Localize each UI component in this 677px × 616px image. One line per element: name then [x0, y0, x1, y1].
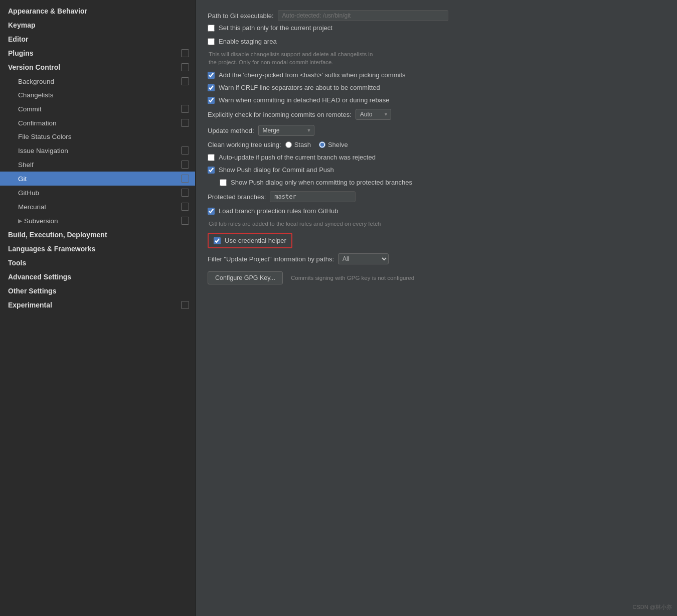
git-settings-panel: Path to Git executable: Set this path on… — [196, 0, 677, 616]
version-control-icon — [181, 63, 189, 71]
crlf-label: Warn if CRLF line separators are about t… — [219, 84, 380, 91]
path-current-project-label: Set this path only for the current proje… — [219, 24, 332, 32]
credential-helper-box: Use credential helper — [208, 233, 292, 248]
detached-head-row: Warn when committing in detached HEAD or… — [208, 96, 665, 104]
update-method-dropdown[interactable]: Merge Rebase Branch Default — [258, 125, 314, 136]
git-icon — [181, 175, 189, 183]
subversion-chevron: ▶ — [18, 218, 22, 224]
sidebar-item-plugins[interactable]: Plugins — [0, 46, 195, 60]
sidebar-item-git[interactable]: Git — [0, 172, 195, 186]
protected-branches-input[interactable] — [270, 191, 356, 202]
confirmation-icon — [181, 119, 189, 127]
git-path-row: Path to Git executable: — [208, 10, 665, 21]
sidebar-item-background[interactable]: Background — [0, 74, 195, 88]
sidebar-item-file-status-colors[interactable]: File Status Colors — [0, 130, 195, 143]
sidebar-item-other-settings[interactable]: Other Settings — [0, 284, 195, 298]
auto-update-row: Auto-update if push of the current branc… — [208, 153, 665, 161]
watermark: CSDN @林小亦 — [633, 603, 672, 611]
shelf-icon — [181, 161, 189, 169]
commit-icon — [181, 105, 189, 113]
sidebar-item-changelists[interactable]: Changelists — [0, 88, 195, 102]
experimental-icon — [181, 301, 189, 309]
show-push-protected-label: Show Push dialog only when committing to… — [231, 179, 412, 186]
enable-staging-label: Enable staging area — [219, 38, 277, 45]
enable-staging-desc: This will disable changelists support an… — [208, 50, 665, 66]
background-icon — [181, 77, 189, 85]
update-method-label: Update method: — [208, 127, 254, 134]
incoming-commits-row: Explicitly check for incoming commits on… — [208, 109, 665, 120]
show-push-row: Show Push dialog for Commit and Push — [208, 166, 665, 174]
cherry-pick-label: Add the 'cherry-picked from <hash>' suff… — [219, 71, 406, 79]
plugins-icon — [181, 49, 189, 57]
incoming-commits-dropdown-wrapper: Auto Always Never — [352, 109, 391, 120]
clean-tree-shelve-option[interactable]: Shelve — [319, 141, 348, 148]
filter-update-row: Filter "Update Project" information by p… — [208, 253, 665, 264]
filter-update-label: Filter "Update Project" information by p… — [208, 255, 334, 263]
detached-head-label: Warn when committing in detached HEAD or… — [219, 96, 390, 104]
auto-update-label: Auto-update if push of the current branc… — [219, 153, 376, 161]
update-method-row: Update method: Merge Rebase Branch Defau… — [208, 125, 665, 136]
github-rules-note: GitHub rules are added to the local rule… — [208, 220, 665, 228]
sidebar-item-version-control[interactable]: Version Control — [0, 60, 195, 74]
show-push-checkbox[interactable] — [208, 167, 215, 174]
cherry-pick-checkbox[interactable] — [208, 72, 215, 79]
sidebar-item-github[interactable]: GitHub — [0, 186, 195, 200]
crlf-checkbox[interactable] — [208, 84, 215, 91]
enable-staging-row: Enable staging area — [208, 38, 665, 45]
git-path-input[interactable] — [278, 10, 448, 21]
credential-helper-label: Use credential helper — [225, 237, 286, 244]
sidebar-item-confirmation[interactable]: Confirmation — [0, 116, 195, 130]
sidebar-item-editor[interactable]: Editor — [0, 32, 195, 46]
sidebar-item-issue-navigation[interactable]: Issue Navigation — [0, 143, 195, 158]
detached-head-checkbox[interactable] — [208, 97, 215, 104]
protected-branches-row: Protected branches: — [208, 191, 665, 202]
load-github-rules-row: Load branch protection rules from GitHub — [208, 207, 665, 215]
sidebar-item-build[interactable]: Build, Execution, Deployment — [0, 228, 195, 242]
auto-update-checkbox[interactable] — [208, 154, 215, 161]
clean-tree-row: Clean working tree using: Stash Shelve — [208, 141, 665, 148]
incoming-commits-dropdown[interactable]: Auto Always Never — [356, 109, 391, 120]
sidebar-item-appearance[interactable]: Appearance & Behavior — [0, 4, 195, 18]
cherry-pick-row: Add the 'cherry-picked from <hash>' suff… — [208, 71, 665, 79]
sidebar-item-experimental[interactable]: Experimental — [0, 298, 195, 312]
git-path-label: Path to Git executable: — [208, 12, 274, 20]
protected-branches-label: Protected branches: — [208, 193, 266, 201]
sidebar-item-tools[interactable]: Tools — [0, 256, 195, 270]
sidebar-item-languages[interactable]: Languages & Frameworks — [0, 242, 195, 256]
path-current-project-row: Set this path only for the current proje… — [208, 24, 665, 32]
subversion-icon — [181, 217, 189, 225]
credential-helper-checkbox[interactable] — [214, 237, 221, 244]
clean-tree-radio-group: Stash Shelve — [285, 141, 348, 148]
path-current-project-checkbox[interactable] — [208, 25, 215, 32]
sidebar-item-shelf[interactable]: Shelf — [0, 158, 195, 172]
clean-tree-shelve-radio[interactable] — [319, 141, 325, 148]
enable-staging-checkbox[interactable] — [208, 38, 215, 45]
configure-gpg-row: Configure GPG Key... Commits signing wit… — [208, 271, 665, 284]
github-icon — [181, 189, 189, 197]
sidebar-item-mercurial[interactable]: Mercurial — [0, 200, 195, 214]
clean-tree-stash-option[interactable]: Stash — [285, 141, 311, 148]
show-push-protected-checkbox[interactable] — [220, 179, 227, 186]
configure-gpg-button[interactable]: Configure GPG Key... — [208, 271, 283, 284]
sidebar-item-subversion[interactable]: ▶ Subversion — [0, 214, 195, 228]
update-method-dropdown-wrapper: Merge Rebase Branch Default — [254, 125, 314, 136]
show-push-label: Show Push dialog for Commit and Push — [219, 166, 334, 174]
show-push-protected-row: Show Push dialog only when committing to… — [208, 179, 665, 186]
sidebar-item-advanced-settings[interactable]: Advanced Settings — [0, 270, 195, 284]
clean-tree-stash-label: Stash — [294, 141, 311, 148]
sidebar-item-commit[interactable]: Commit — [0, 102, 195, 116]
clean-tree-label: Clean working tree using: — [208, 141, 281, 148]
load-github-rules-checkbox[interactable] — [208, 208, 215, 215]
gpg-note: Commits signing with GPG key is not conf… — [291, 275, 414, 281]
issue-nav-icon — [181, 146, 189, 155]
crlf-row: Warn if CRLF line separators are about t… — [208, 84, 665, 91]
load-github-rules-label: Load branch protection rules from GitHub — [219, 207, 338, 215]
filter-update-select[interactable]: All Only affected — [338, 253, 389, 264]
mercurial-icon — [181, 203, 189, 211]
clean-tree-stash-radio[interactable] — [285, 141, 292, 148]
incoming-commits-label: Explicitly check for incoming commits on… — [208, 111, 352, 118]
sidebar-item-keymap[interactable]: Keymap — [0, 18, 195, 32]
clean-tree-shelve-label: Shelve — [328, 141, 348, 148]
settings-sidebar: Appearance & Behavior Keymap Editor Plug… — [0, 0, 196, 616]
